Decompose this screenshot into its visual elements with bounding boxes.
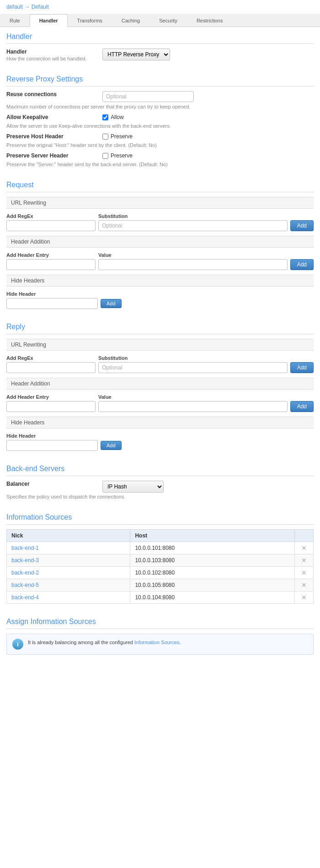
tab-rule[interactable]: Rule (0, 14, 30, 27)
backend-nick-link[interactable]: back-end-2 (11, 570, 39, 576)
assign-sources-box: i It is already balancing among all the … (6, 634, 314, 655)
backend-nick-link[interactable]: back-end-1 (11, 545, 39, 551)
table-cell-delete: ✕ (295, 542, 314, 554)
main-content: Handler Handler How the connection will … (0, 27, 320, 672)
col-host-header: Host (130, 530, 295, 542)
table-row: back-end-1 10.0.0.101:8080 ✕ (7, 542, 314, 554)
table-row: back-end-4 10.0.0.104:8080 ✕ (7, 591, 314, 604)
request-value-input[interactable] (98, 259, 288, 270)
request-regex-input[interactable] (6, 220, 96, 231)
request-header-addition-header: Header Addition (6, 236, 314, 248)
preserve-server-label: Preserve Server Header (6, 152, 98, 159)
backend-nick-link[interactable]: back-end-3 (11, 557, 39, 564)
keepalive-desc: Allow the server to use Keep-alive conne… (6, 123, 314, 129)
preserve-host-checkbox-label[interactable]: Preserve (102, 133, 133, 140)
table-cell-nick: back-end-5 (7, 579, 130, 591)
table-row: back-end-2 10.0.0.102:8080 ✕ (7, 567, 314, 579)
handler-dropdown-col: HTTP Reverse Proxy Static Files Redirect (102, 49, 170, 60)
reverse-proxy-title: Reverse Proxy Settings (6, 70, 314, 86)
handler-label: Handler (6, 49, 98, 55)
tab-caching[interactable]: Caching (112, 14, 149, 27)
reply-hide-add-button[interactable]: Add (101, 441, 122, 450)
handler-section: Handler Handler How the connection will … (6, 27, 314, 61)
request-hide-add-button[interactable]: Add (101, 299, 122, 308)
request-header-entry-input[interactable] (6, 259, 96, 270)
breadcrumb-link1[interactable]: default (6, 4, 23, 10)
assign-sources-title: Assign Information Sources (6, 612, 314, 629)
request-value-label: Value (98, 252, 288, 258)
preserve-server-row: Preserve Server Header Preserve Preserve… (6, 152, 314, 167)
reply-header-add-button[interactable]: Add (290, 401, 314, 412)
col-nick-header: Nick (7, 530, 130, 542)
preserve-host-checkbox[interactable] (102, 134, 108, 140)
breadcrumb-arrow: → (24, 4, 30, 10)
preserve-host-row: Preserve Host Header Preserve Preserve t… (6, 133, 314, 148)
breadcrumb-link2[interactable]: Default (32, 4, 49, 10)
handler-desc: How the connection will be handled. (6, 56, 98, 61)
request-hide-headers-header: Hide Headers (6, 275, 314, 287)
reuse-connections-input[interactable] (102, 91, 194, 102)
table-row: back-end-3 10.0.0.103:8080 ✕ (7, 554, 314, 567)
handler-section-title: Handler (6, 27, 314, 43)
delete-row-button[interactable]: ✕ (299, 569, 309, 576)
tab-restrictions[interactable]: Restrictions (187, 14, 232, 27)
table-row: back-end-5 10.0.0.105:8080 ✕ (7, 579, 314, 591)
balancer-desc: Specifies the policy used to dispatch th… (6, 494, 314, 499)
balancer-dropdown[interactable]: IP Hash Round Robin Least Connections (102, 481, 164, 493)
reply-header-entry-label: Add Header Entry (6, 394, 96, 400)
keepalive-checkbox-text: Allow (111, 114, 124, 120)
assign-sources-section: Assign Information Sources i It is alrea… (6, 612, 314, 655)
reply-title: Reply (6, 317, 314, 334)
tab-transforms[interactable]: Transforms (68, 14, 112, 27)
delete-row-button[interactable]: ✕ (299, 594, 309, 601)
request-hide-header-input[interactable] (6, 298, 98, 309)
delete-row-button[interactable]: ✕ (299, 581, 309, 589)
table-cell-delete: ✕ (295, 579, 314, 591)
assign-message-after: . (179, 640, 181, 645)
reuse-desc: Maximum number of connections per server… (6, 104, 314, 109)
preserve-server-checkbox[interactable] (102, 153, 108, 159)
table-cell-host: 10.0.0.103:8080 (130, 554, 295, 567)
request-header-add-button[interactable]: Add (290, 259, 314, 270)
assign-info-sources-link[interactable]: Information Sources (134, 640, 179, 645)
preserve-server-checkbox-label[interactable]: Preserve (102, 152, 133, 159)
backend-nick-link[interactable]: back-end-5 (11, 582, 39, 588)
reply-regex-input[interactable] (6, 362, 96, 373)
keepalive-checkbox[interactable] (102, 114, 108, 120)
tab-handler[interactable]: Handler (30, 14, 68, 27)
table-cell-delete: ✕ (295, 591, 314, 604)
handler-row: Handler How the connection will be handl… (6, 49, 314, 61)
table-cell-delete: ✕ (295, 567, 314, 579)
table-cell-host: 10.0.0.105:8080 (130, 579, 295, 591)
request-add-regex-label: Add RegEx (6, 213, 96, 219)
request-url-add-button[interactable]: Add (290, 220, 314, 231)
information-sources-section: Information Sources Nick Host back-end-1… (6, 508, 314, 604)
backend-nick-link[interactable]: back-end-4 (11, 594, 39, 601)
reply-divider (6, 334, 314, 334)
col-action-header (295, 530, 314, 542)
delete-row-button[interactable]: ✕ (299, 557, 309, 564)
reply-hide-header-input[interactable] (6, 440, 98, 451)
backend-servers-section: Back-end Servers Balancer IP Hash Round … (6, 459, 314, 499)
reply-url-add-button[interactable]: Add (290, 362, 314, 373)
table-cell-host: 10.0.0.104:8080 (130, 591, 295, 604)
assign-message-before: It is already balancing among all the co… (28, 640, 134, 645)
delete-row-button[interactable]: ✕ (299, 544, 309, 552)
reply-header-entry-input[interactable] (6, 401, 96, 412)
reply-header-addition-header: Header Addition (6, 378, 314, 390)
reuse-label: Reuse connections (6, 91, 98, 98)
tab-security[interactable]: Security (149, 14, 187, 27)
keepalive-label: Allow Keepalive (6, 114, 98, 120)
request-header-entry-label: Add Header Entry (6, 252, 96, 258)
request-substitution-input[interactable] (98, 220, 288, 231)
table-cell-delete: ✕ (295, 554, 314, 567)
reverse-proxy-divider (6, 86, 314, 87)
preserve-server-desc: Preserve the "Server:" header sent by th… (6, 162, 314, 167)
request-section: Request URL Rewriting Add RegEx Substitu… (6, 175, 314, 309)
reply-substitution-input[interactable] (98, 362, 288, 373)
reply-value-input[interactable] (98, 401, 288, 412)
keepalive-checkbox-label[interactable]: Allow (102, 114, 124, 120)
request-url-rewriting-row: Add RegEx Substitution Add (6, 213, 314, 231)
preserve-host-text: Preserve (111, 133, 133, 140)
handler-dropdown[interactable]: HTTP Reverse Proxy Static Files Redirect (102, 49, 170, 60)
